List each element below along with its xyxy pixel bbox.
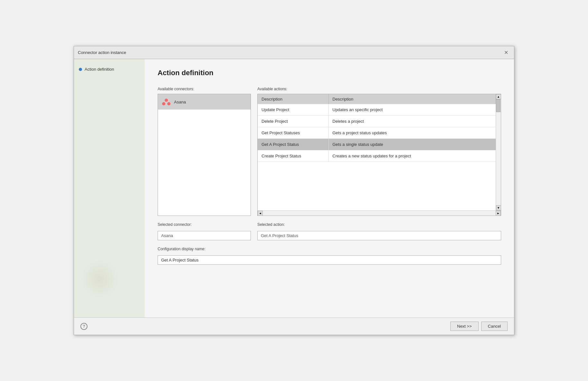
connector-item-asana[interactable]: Asana xyxy=(158,94,251,110)
svg-point-0 xyxy=(165,99,168,102)
actions-table-container: Description Description Update Project U… xyxy=(257,94,501,216)
page-title: Action definition xyxy=(158,69,501,77)
table-row[interactable]: Delete Project Deletes a project xyxy=(258,116,496,127)
action-description: Gets a project status updates xyxy=(328,127,496,139)
vertical-scrollbar[interactable]: ▲ ▼ xyxy=(496,94,501,210)
main-content: Action definition Available connectors: xyxy=(145,59,514,317)
table-row[interactable]: Update Project Updates an specific proje… xyxy=(258,104,496,116)
col-header-desc: Description xyxy=(328,94,496,104)
selected-connector-input[interactable] xyxy=(158,231,251,240)
config-name-group: Configuration display name: xyxy=(158,247,501,265)
sidebar-item-action-definition[interactable]: Action definition xyxy=(79,66,140,73)
action-name: Create Project Status xyxy=(258,150,328,162)
action-name: Get Project Statuses xyxy=(258,127,328,139)
h-scroll-track xyxy=(263,211,496,216)
actions-table: Description Description Update Project U… xyxy=(258,94,496,162)
connector-action-dialog: Connector action instance ✕ Action defin… xyxy=(74,46,514,335)
scroll-right-arrow[interactable]: ► xyxy=(496,211,501,216)
two-col-section: Available connectors: Asana xyxy=(158,87,501,216)
action-description: Deletes a project xyxy=(328,116,496,127)
action-name: Update Project xyxy=(258,104,328,116)
svg-point-2 xyxy=(167,102,170,105)
available-actions-label: Available actions: xyxy=(257,87,501,91)
action-description: Gets a single status update xyxy=(328,139,496,150)
selected-connector-group: Selected connector: xyxy=(158,222,251,240)
scroll-thumb[interactable] xyxy=(496,99,501,112)
table-wrapper[interactable]: Description Description Update Project U… xyxy=(258,94,496,210)
scroll-up-arrow[interactable]: ▲ xyxy=(496,94,501,99)
table-row[interactable]: Create Project Status Creates a new stat… xyxy=(258,150,496,162)
fields-row: Selected connector: Selected action: xyxy=(158,222,501,240)
svg-point-1 xyxy=(162,102,165,105)
asana-icon xyxy=(161,97,171,107)
scroll-thumb-area xyxy=(496,99,501,205)
cancel-button[interactable]: Cancel xyxy=(481,322,508,331)
config-display-name-label: Configuration display name: xyxy=(158,247,501,251)
connectors-section: Available connectors: Asana xyxy=(158,87,251,216)
action-description: Creates a new status updates for a proje… xyxy=(328,150,496,162)
table-row[interactable]: Get A Project Status Gets a single statu… xyxy=(258,139,496,150)
selected-connector-label: Selected connector: xyxy=(158,222,251,227)
config-display-name-input[interactable] xyxy=(158,255,501,265)
selected-action-label: Selected action: xyxy=(257,222,501,227)
close-button[interactable]: ✕ xyxy=(502,49,510,56)
selected-action-input[interactable] xyxy=(257,231,501,240)
dialog-title: Connector action instance xyxy=(78,50,126,55)
horizontal-scrollbar[interactable]: ◄ ► xyxy=(258,210,501,216)
scroll-down-arrow[interactable]: ▼ xyxy=(496,205,501,210)
action-name: Get A Project Status xyxy=(258,139,328,150)
action-name: Delete Project xyxy=(258,116,328,127)
col-header-name: Description xyxy=(258,94,328,104)
dialog-titlebar: Connector action instance ✕ xyxy=(74,46,514,59)
table-row[interactable]: Get Project Statuses Gets a project stat… xyxy=(258,127,496,139)
available-connectors-label: Available connectors: xyxy=(158,87,251,91)
actions-section: Available actions: Description Descripti… xyxy=(257,87,501,216)
action-description: Updates an specific project xyxy=(328,104,496,116)
sidebar-item-label: Action definition xyxy=(85,67,114,72)
scroll-left-arrow[interactable]: ◄ xyxy=(258,211,263,216)
help-icon[interactable]: ? xyxy=(80,323,87,330)
next-button[interactable]: Next >> xyxy=(450,322,479,331)
dialog-footer: ? Next >> Cancel xyxy=(74,317,514,335)
footer-left: ? xyxy=(80,322,448,331)
connector-list[interactable]: Asana xyxy=(158,94,251,216)
dialog-body: Action definition Action definition Avai… xyxy=(74,59,514,317)
sidebar: Action definition xyxy=(74,59,145,317)
sidebar-dot xyxy=(79,68,82,71)
selected-action-group: Selected action: xyxy=(257,222,501,240)
connector-name: Asana xyxy=(174,100,186,104)
